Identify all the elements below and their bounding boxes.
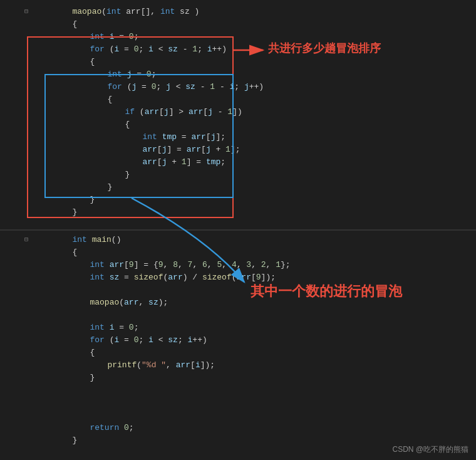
empty-line-4	[0, 384, 476, 396]
code-line-main-4: int sz = sizeof(arr) / sizeof(arr[9]);	[0, 271, 476, 283]
code-line-main-5: maopao(arr, sz);	[0, 296, 476, 308]
watermark: CSDN @吃不胖的熊猫	[392, 444, 468, 455]
fold-icon[interactable]: ⊟	[22, 236, 31, 243]
annotation-passes: 共进行多少趟冒泡排序	[268, 41, 381, 56]
annotation-one-number: 其中一个数的进行的冒泡	[251, 282, 402, 301]
empty-line-5	[0, 396, 476, 409]
code-line-17: }	[0, 206, 476, 218]
fold-icon[interactable]: ⊟	[22, 8, 31, 15]
code-text: }	[31, 426, 77, 454]
code-line-main-10: }	[0, 371, 476, 384]
code-editor: ⊟ maopao(int arr[], int sz ) { int i = 0…	[0, 0, 476, 451]
